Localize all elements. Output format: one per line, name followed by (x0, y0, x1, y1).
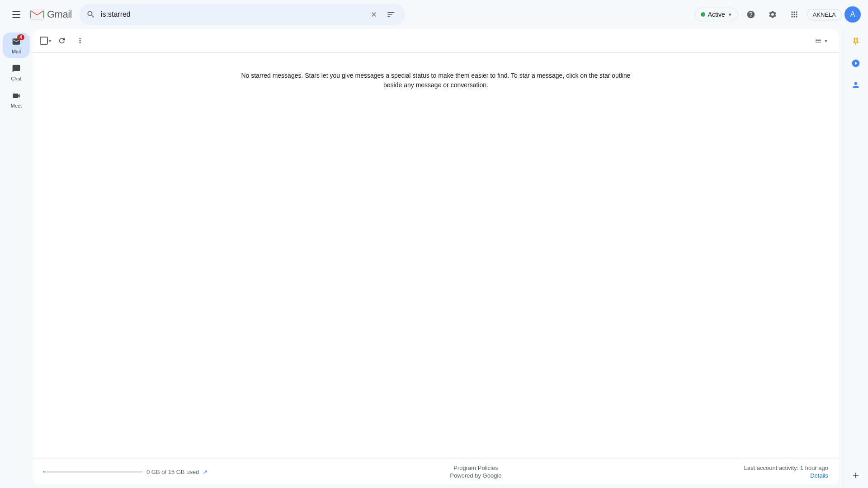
active-status-button[interactable]: Active ▼ (695, 8, 738, 21)
mail-icon: 4 (11, 36, 22, 47)
help-button[interactable] (742, 5, 760, 23)
tune-icon (387, 10, 396, 19)
storage-bar-fill (43, 471, 44, 473)
empty-state-message: No starred messages. Stars let you give … (232, 71, 639, 90)
last-activity-text: Last account activity: 1 hour ago (744, 465, 828, 471)
search-bar (79, 4, 405, 25)
toolbar: ▾ ▼ (33, 29, 839, 53)
sidebar-item-mail[interactable]: 4 Mail (3, 33, 30, 58)
tasks-icon (851, 59, 860, 68)
refresh-icon (58, 37, 66, 45)
chevron-down-icon: ▼ (728, 12, 732, 17)
avatar: A (844, 6, 861, 23)
contacts-button[interactable] (847, 76, 865, 94)
select-all-checkbox[interactable] (40, 37, 48, 45)
powered-by-text: Powered by Google (450, 472, 501, 479)
search-button[interactable] (86, 10, 95, 19)
add-icon (851, 471, 860, 480)
gmail-logo[interactable]: Gmail (29, 8, 72, 21)
storage-bar (43, 471, 143, 473)
gmail-logo-text: Gmail (47, 9, 72, 20)
keep-icon (851, 37, 860, 46)
density-button[interactable]: ▼ (811, 35, 832, 46)
tasks-button[interactable] (847, 54, 865, 72)
density-icon (815, 37, 822, 44)
close-icon (370, 11, 377, 18)
sidebar-item-meet[interactable]: Meet (3, 87, 30, 112)
content-area: ▾ ▼ (33, 29, 839, 484)
search-icon (86, 10, 95, 19)
search-options-button[interactable] (387, 9, 397, 20)
active-dot (701, 12, 705, 17)
select-all-container: ▾ (40, 37, 52, 45)
footer-left: 0 GB of 15 GB used ↗ (43, 469, 208, 475)
gear-icon (768, 10, 777, 19)
sidebar: 4 Mail Chat Meet (0, 29, 33, 488)
settings-button[interactable] (764, 5, 782, 23)
right-panel (843, 29, 868, 488)
account-button[interactable]: AKNELA A (807, 6, 861, 23)
program-policies-link[interactable]: Program Policies (453, 465, 498, 471)
search-input[interactable] (101, 10, 365, 19)
footer-center: Program Policies Powered by Google (450, 465, 501, 479)
main-layout: 4 Mail Chat Meet (0, 29, 868, 488)
storage-used-text: 0 GB of 15 GB used (146, 469, 199, 475)
meet-icon (11, 90, 22, 101)
grid-icon (790, 10, 799, 19)
toolbar-left: ▾ (40, 33, 807, 49)
details-link[interactable]: Details (810, 472, 828, 479)
apps-button[interactable] (785, 5, 803, 23)
empty-state: No starred messages. Stars let you give … (33, 53, 839, 459)
footer: 0 GB of 15 GB used ↗ Program Policies Po… (33, 459, 839, 484)
chat-icon (11, 63, 22, 74)
sidebar-mail-label: Mail (12, 49, 21, 54)
more-options-button[interactable] (72, 33, 88, 49)
app-header: Gmail Active ▼ (0, 0, 868, 29)
toolbar-right: ▼ (811, 35, 832, 46)
search-clear-button[interactable] (370, 9, 381, 20)
hamburger-icon (12, 11, 20, 18)
add-app-button[interactable] (847, 466, 865, 484)
help-icon (746, 10, 755, 19)
sidebar-chat-label: Chat (11, 76, 21, 81)
refresh-button[interactable] (54, 33, 70, 49)
more-vert-icon (76, 37, 84, 45)
storage-link-icon[interactable]: ↗ (203, 469, 208, 475)
keep-button[interactable] (847, 33, 865, 51)
sidebar-meet-label: Meet (11, 103, 22, 108)
contacts-icon (851, 80, 860, 89)
mail-badge: 4 (17, 34, 24, 40)
menu-button[interactable] (7, 5, 25, 23)
active-label: Active (708, 11, 725, 18)
header-right: Active ▼ AKNELA A (695, 5, 861, 23)
sidebar-item-chat[interactable]: Chat (3, 60, 30, 85)
chevron-down-icon: ▼ (824, 38, 828, 43)
gmail-m-icon (29, 8, 45, 21)
select-dropdown-button[interactable]: ▾ (48, 38, 52, 44)
footer-right: Last account activity: 1 hour ago Detail… (744, 465, 828, 479)
account-name-badge: AKNELA (807, 9, 842, 20)
